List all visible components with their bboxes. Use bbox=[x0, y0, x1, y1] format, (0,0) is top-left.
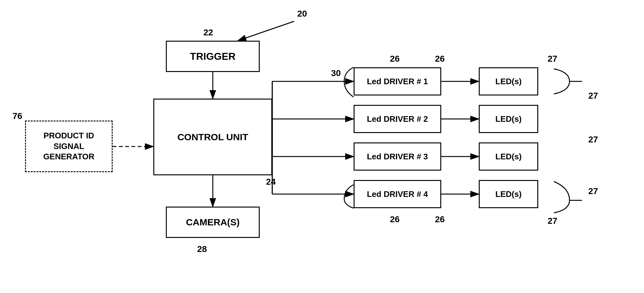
leds-3-box: LED(s) bbox=[479, 142, 538, 171]
led-driver-3-label: Led DRIVER # 3 bbox=[367, 152, 428, 162]
leds-2-label: LED(s) bbox=[495, 114, 522, 124]
product-id-box: PRODUCT IDSIGNALGENERATOR bbox=[25, 121, 113, 172]
trigger-label: TRIGGER bbox=[190, 51, 236, 62]
ref-27-1: 27 bbox=[548, 54, 557, 64]
led-driver-4-box: Led DRIVER # 4 bbox=[354, 180, 441, 208]
led-driver-2-label: Led DRIVER # 2 bbox=[367, 114, 428, 124]
svg-line-2 bbox=[238, 21, 294, 41]
leds-1-label: LED(s) bbox=[495, 77, 522, 86]
led-driver-2-box: Led DRIVER # 2 bbox=[354, 105, 441, 133]
camera-label: CAMERA(S) bbox=[186, 217, 240, 228]
trigger-box: TRIGGER bbox=[166, 41, 260, 72]
ref-27-2: 27 bbox=[588, 91, 598, 101]
control-unit-box: CONTROL UNIT bbox=[153, 99, 272, 175]
ref-27-4: 27 bbox=[588, 186, 598, 196]
led-driver-1-label: Led DRIVER # 1 bbox=[367, 77, 428, 86]
ref-30: 30 bbox=[331, 68, 341, 78]
ref-27-5: 27 bbox=[548, 216, 557, 226]
camera-box: CAMERA(S) bbox=[166, 207, 260, 238]
ref-28: 28 bbox=[197, 244, 207, 254]
ref-26-2: 26 bbox=[435, 54, 445, 64]
control-unit-label: CONTROL UNIT bbox=[177, 132, 248, 142]
led-driver-1-box: Led DRIVER # 1 bbox=[354, 67, 441, 95]
leds-4-box: LED(s) bbox=[479, 180, 538, 208]
ref-26-3: 26 bbox=[390, 214, 400, 224]
led-driver-3-box: Led DRIVER # 3 bbox=[354, 142, 441, 171]
product-id-label: PRODUCT IDSIGNALGENERATOR bbox=[43, 131, 95, 162]
led-driver-4-label: Led DRIVER # 4 bbox=[367, 189, 428, 199]
leds-2-box: LED(s) bbox=[479, 105, 538, 133]
ref-24: 24 bbox=[266, 177, 276, 187]
ref-26-1: 26 bbox=[390, 54, 400, 64]
ref-76: 76 bbox=[13, 111, 22, 121]
leds-1-box: LED(s) bbox=[479, 67, 538, 95]
leds-3-label: LED(s) bbox=[495, 152, 522, 162]
leds-4-label: LED(s) bbox=[495, 189, 522, 199]
diagram-container: TRIGGER CONTROL UNIT CAMERA(S) PRODUCT I… bbox=[0, 0, 644, 293]
ref-27-3: 27 bbox=[588, 135, 598, 145]
ref-26-4: 26 bbox=[435, 214, 445, 224]
ref-22: 22 bbox=[203, 28, 213, 38]
ref-20: 20 bbox=[297, 9, 307, 19]
